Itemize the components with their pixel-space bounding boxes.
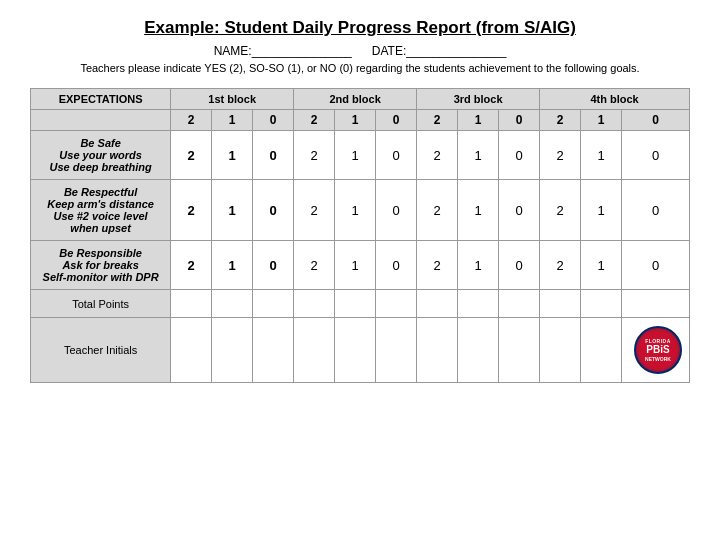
teacher-initials-label: Teacher Initials [31, 318, 171, 383]
b3-s1: 1 [458, 110, 499, 131]
score-block3-s1: 1 [458, 180, 499, 241]
score-block4-s2: 2 [540, 180, 581, 241]
score-block4-s0: 0 [622, 131, 690, 180]
teacher-initials-cell [581, 318, 622, 383]
teacher-initials-cell [458, 318, 499, 383]
teacher-initials-cell [335, 318, 376, 383]
score-block3-s0: 0 [499, 180, 540, 241]
score-block2-s1: 1 [335, 131, 376, 180]
score-block4-s1: 1 [581, 241, 622, 290]
total-points-cell [212, 290, 253, 318]
score-block1-s0: 0 [253, 180, 294, 241]
pbis-logo-cell: FLORIDA PBiS NETWORK [622, 318, 690, 383]
b2-s2: 2 [294, 110, 335, 131]
teacher-initials-cell [540, 318, 581, 383]
pbis-logo: FLORIDA PBiS NETWORK [625, 322, 686, 378]
score-block1-s2: 2 [171, 180, 212, 241]
b4-s0: 0 [622, 110, 690, 131]
expectation-cell-1: Be RespectfulKeep arm's distanceUse #2 v… [31, 180, 171, 241]
total-points-cell [417, 290, 458, 318]
score-block2-s2: 2 [294, 180, 335, 241]
date-label: DATE:_______________ [372, 44, 507, 58]
sub-header-exp [31, 110, 171, 131]
expectation-cell-2: Be ResponsibleAsk for breaksSelf-monitor… [31, 241, 171, 290]
b2-s1: 1 [335, 110, 376, 131]
score-block3-s2: 2 [417, 180, 458, 241]
table-row: Be RespectfulKeep arm's distanceUse #2 v… [31, 180, 690, 241]
table-row: Be ResponsibleAsk for breaksSelf-monitor… [31, 241, 690, 290]
teacher-initials-cell [171, 318, 212, 383]
progress-table: EXPECTATIONS 1st block 2nd block 3rd blo… [30, 88, 690, 383]
b1-s0: 0 [253, 110, 294, 131]
pbis-text-sub: NETWORK [645, 356, 671, 362]
total-points-cell [376, 290, 417, 318]
b3-s0: 0 [499, 110, 540, 131]
table-row: Be SafeUse your wordsUse deep breathing2… [31, 131, 690, 180]
teacher-initials-cell [376, 318, 417, 383]
page-title: Example: Student Daily Progress Report (… [30, 18, 690, 38]
score-block1-s1: 1 [212, 241, 253, 290]
name-label: NAME:_______________ [214, 44, 352, 58]
total-points-cell [294, 290, 335, 318]
total-points-cell [253, 290, 294, 318]
total-points-label: Total Points [31, 290, 171, 318]
block2-header: 2nd block [294, 89, 417, 110]
teacher-initials-cell [417, 318, 458, 383]
teacher-initials-cell [253, 318, 294, 383]
score-block1-s0: 0 [253, 241, 294, 290]
teacher-initials-cell [212, 318, 253, 383]
name-date-row: NAME:_______________ DATE:______________… [30, 44, 690, 58]
score-block4-s1: 1 [581, 180, 622, 241]
score-block2-s0: 0 [376, 241, 417, 290]
score-block1-s2: 2 [171, 241, 212, 290]
pbis-text-main: PBiS [646, 344, 669, 356]
score-block3-s2: 2 [417, 241, 458, 290]
teacher-initials-cell [294, 318, 335, 383]
score-block1-s0: 0 [253, 131, 294, 180]
score-block1-s1: 1 [212, 180, 253, 241]
score-block2-s0: 0 [376, 131, 417, 180]
score-block3-s0: 0 [499, 131, 540, 180]
score-block2-s2: 2 [294, 241, 335, 290]
b3-s2: 2 [417, 110, 458, 131]
instructions: Teachers please indicate YES (2), SO-SO … [30, 62, 690, 74]
total-points-cell [581, 290, 622, 318]
total-points-cell [458, 290, 499, 318]
total-points-cell [540, 290, 581, 318]
block4-header: 4th block [540, 89, 690, 110]
score-block2-s1: 1 [335, 241, 376, 290]
score-block3-s1: 1 [458, 131, 499, 180]
score-block3-s1: 1 [458, 241, 499, 290]
expectations-header: EXPECTATIONS [31, 89, 171, 110]
block3-header: 3rd block [417, 89, 540, 110]
teacher-initials-cell [499, 318, 540, 383]
b1-s2: 2 [171, 110, 212, 131]
score-block1-s2: 2 [171, 131, 212, 180]
score-block2-s2: 2 [294, 131, 335, 180]
teacher-initials-row: Teacher Initials FLORIDA PBiS NETWORK [31, 318, 690, 383]
score-block3-s2: 2 [417, 131, 458, 180]
total-points-cell [622, 290, 690, 318]
b1-s1: 1 [212, 110, 253, 131]
b4-s1: 1 [581, 110, 622, 131]
total-points-cell [499, 290, 540, 318]
score-block1-s1: 1 [212, 131, 253, 180]
score-block2-s1: 1 [335, 180, 376, 241]
score-block4-s0: 0 [622, 180, 690, 241]
score-block2-s0: 0 [376, 180, 417, 241]
total-points-cell [335, 290, 376, 318]
block1-header: 1st block [171, 89, 294, 110]
pbis-badge: FLORIDA PBiS NETWORK [634, 326, 682, 374]
total-points-row: Total Points [31, 290, 690, 318]
score-block4-s2: 2 [540, 241, 581, 290]
score-block3-s0: 0 [499, 241, 540, 290]
score-block4-s1: 1 [581, 131, 622, 180]
total-points-cell [171, 290, 212, 318]
score-block4-s2: 2 [540, 131, 581, 180]
score-block4-s0: 0 [622, 241, 690, 290]
b4-s2: 2 [540, 110, 581, 131]
b2-s0: 0 [376, 110, 417, 131]
expectation-cell-0: Be SafeUse your wordsUse deep breathing [31, 131, 171, 180]
